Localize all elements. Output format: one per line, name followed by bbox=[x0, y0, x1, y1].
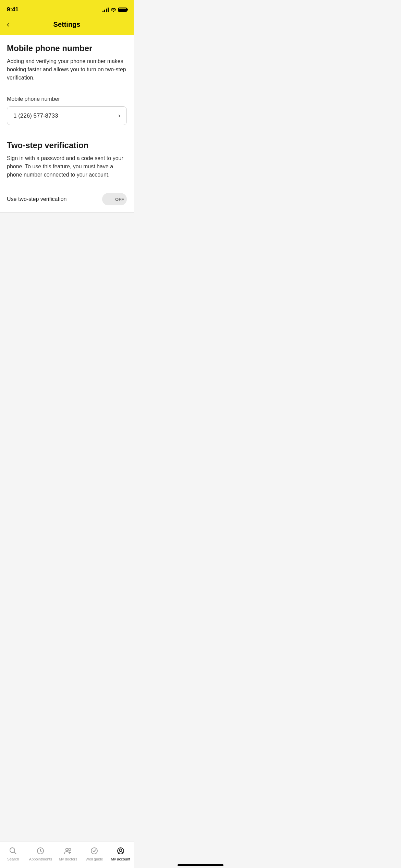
mobile-phone-title: Mobile phone number bbox=[7, 44, 127, 53]
battery-icon bbox=[118, 8, 127, 12]
wifi-icon bbox=[111, 8, 116, 12]
mobile-phone-section: Mobile phone number Adding and verifying… bbox=[0, 35, 134, 82]
mobile-phone-description: Adding and verifying your phone number m… bbox=[7, 57, 127, 82]
back-button[interactable]: ‹ bbox=[7, 20, 9, 29]
phone-number-row[interactable]: 1 (226) 577-8733 › bbox=[7, 106, 127, 125]
page-title: Settings bbox=[53, 21, 81, 28]
header: ‹ Settings bbox=[0, 17, 134, 35]
status-time: 9:41 bbox=[7, 6, 19, 13]
content-spacer bbox=[0, 213, 134, 315]
phone-field-label: Mobile phone number bbox=[0, 89, 134, 106]
phone-number-value: 1 (226) 577-8733 bbox=[13, 112, 58, 119]
toggle-state: OFF bbox=[115, 197, 124, 202]
two-step-section: Two-step verification Sign in with a pas… bbox=[0, 132, 134, 179]
status-bar: 9:41 bbox=[0, 0, 134, 17]
two-step-title: Two-step verification bbox=[7, 141, 127, 150]
section-gap-1 bbox=[0, 125, 134, 132]
two-step-description: Sign in with a password and a code sent … bbox=[7, 154, 127, 179]
chevron-right-icon: › bbox=[118, 112, 120, 119]
two-step-toggle[interactable]: OFF bbox=[102, 193, 127, 205]
toggle-label: Use two-step verification bbox=[7, 196, 66, 202]
signal-icon bbox=[102, 7, 109, 12]
content: Mobile phone number Adding and verifying… bbox=[0, 35, 134, 213]
two-step-toggle-row: Use two-step verification OFF bbox=[0, 186, 134, 212]
status-icons bbox=[102, 7, 127, 12]
